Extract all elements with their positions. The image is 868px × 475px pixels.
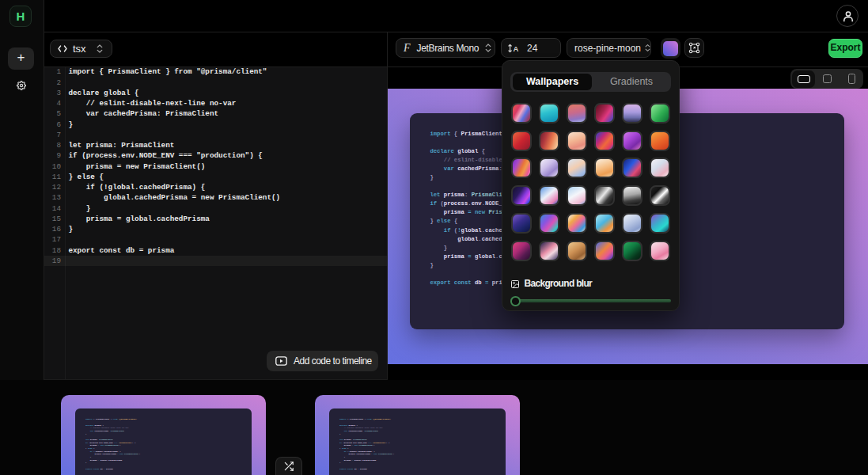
- svg-text:A: A: [514, 44, 519, 53]
